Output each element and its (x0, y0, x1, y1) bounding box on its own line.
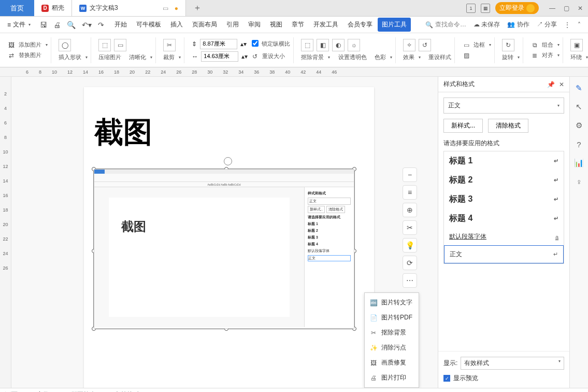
ribbon-tab-10[interactable]: 图片工具 (378, 18, 411, 32)
insert-shape-label[interactable]: 插入形状 (59, 53, 81, 61)
color-icon[interactable]: ◐ (332, 39, 345, 51)
right-tool-2[interactable]: ⚙ (574, 120, 584, 131)
reset-size-icon[interactable]: ↺ (251, 52, 259, 61)
float-layout[interactable]: ≡ (403, 185, 417, 200)
lock-ratio-checkbox[interactable] (252, 40, 259, 47)
style-item-0[interactable]: 标题 1↵ (444, 151, 564, 171)
add-image-label[interactable]: 添加图片 (19, 41, 41, 49)
replace-image-label[interactable]: 替换图片 (19, 51, 41, 59)
reset-size-label[interactable]: 重设大小 (262, 52, 285, 60)
right-tool-5[interactable]: ♀ (574, 176, 584, 187)
style-item-3[interactable]: 标题 4↵ (444, 209, 564, 228)
combine-label[interactable]: 组合 (542, 41, 553, 49)
wrap-icon[interactable]: ▣ (570, 39, 583, 51)
float-bulb[interactable]: 💡 (403, 238, 417, 253)
width-input[interactable] (200, 39, 237, 49)
file-menu[interactable]: ≡ 文件 ▾ (3, 18, 35, 31)
ctx-item-3[interactable]: ✨消除污点 (365, 340, 419, 355)
height-input[interactable] (201, 51, 238, 62)
crop-icon[interactable]: ✂ (163, 39, 176, 51)
collab-button[interactable]: 👥 协作 (507, 20, 529, 29)
style-item-5[interactable]: 正文↵ (444, 245, 564, 263)
ctx-item-2[interactable]: ✂抠除背景 (365, 325, 419, 340)
close-button[interactable]: ✕ (578, 5, 583, 12)
add-image-icon[interactable]: 🖼 (7, 41, 16, 49)
remove-bg-icon[interactable]: ⬚ (301, 39, 313, 51)
reset-style-label[interactable]: 重设样式 (428, 53, 451, 61)
color-label[interactable]: 色彩 (375, 53, 386, 61)
ribbon-tab-9[interactable]: 会员专享 (343, 18, 377, 32)
preview-checkbox[interactable]: ✓ (443, 375, 450, 382)
login-button[interactable]: 立即登录 (495, 2, 539, 14)
brightness-icon[interactable]: ☼ (348, 39, 360, 51)
float-more[interactable]: ⋯ (403, 273, 417, 288)
unsaved-indicator[interactable]: ☁ 未保存 (474, 20, 500, 29)
save-icon[interactable]: 🖫 (40, 21, 47, 29)
style-item-4[interactable]: 默认段落字体a (444, 228, 564, 245)
shape-icon[interactable]: ◯ (59, 39, 71, 51)
ribbon-tab-0[interactable]: 开始 (110, 18, 131, 32)
share-button[interactable]: ↗ 分享 (537, 20, 557, 29)
print-icon[interactable]: 🖨 (53, 21, 61, 29)
border-icon[interactable]: ▭ (462, 41, 470, 49)
combine-icon[interactable]: ⧉ (530, 41, 539, 49)
align-label[interactable]: 对齐 (542, 51, 553, 59)
align-icon[interactable]: ≣ (530, 51, 539, 60)
ribbon-tab-6[interactable]: 视图 (266, 18, 286, 32)
ribbon-tab-4[interactable]: 引用 (222, 18, 243, 32)
clarity-label[interactable]: 清晰化 (129, 53, 146, 61)
tab-share-icon[interactable]: ▭ (163, 5, 168, 12)
style-item-2[interactable]: 标题 3↵ (444, 190, 564, 209)
ctx-item-0[interactable]: 🔤图片转文字 (365, 295, 419, 310)
remove-bg-label[interactable]: 抠除背景 (301, 53, 324, 61)
right-tool-0[interactable]: ✎ (574, 83, 584, 93)
rotate-label[interactable]: 旋转 (502, 53, 513, 61)
transparent-icon[interactable]: ◧ (317, 39, 329, 51)
reset-style-icon[interactable]: ↺ (419, 39, 431, 51)
ctx-item-4[interactable]: 🖼画质修复 (365, 355, 419, 370)
float-zoom[interactable]: ⊕ (403, 203, 417, 217)
preview-icon[interactable]: 🔍 (67, 21, 76, 29)
right-tool-4[interactable]: 📊 (574, 158, 584, 168)
replace-image-icon[interactable]: ⇄ (7, 51, 16, 60)
clarity-icon[interactable]: ▭ (114, 39, 126, 51)
pin-icon[interactable]: 📌 (547, 81, 555, 88)
panel-close-icon[interactable]: ✕ (559, 81, 564, 88)
collapse-ribbon-icon[interactable]: ˄ (578, 21, 581, 29)
tab-docker[interactable]: D 稻壳 (34, 0, 72, 16)
right-tool-3[interactable]: ? (574, 139, 584, 149)
show-filter-dropdown[interactable]: 有效样式 ▾ (461, 357, 564, 370)
clear-format-button[interactable]: 清除格式 (488, 119, 528, 133)
tab-new[interactable]: ＋ (186, 0, 209, 16)
ribbon-tab-3[interactable]: 页面布局 (188, 18, 221, 32)
float-minus[interactable]: − (403, 167, 417, 182)
minimize-button[interactable]: — (549, 5, 555, 12)
command-search[interactable]: 🔍 查找命令… (425, 20, 466, 29)
undo-icon[interactable]: ↶▾ (82, 21, 92, 29)
ribbon-tab-5[interactable]: 审阅 (244, 18, 265, 32)
float-crop[interactable]: ✂ (403, 220, 417, 235)
float-refresh[interactable]: ⟳ (403, 256, 417, 270)
redo-icon[interactable]: ↷ (98, 21, 104, 29)
style-item-1[interactable]: 标题 2↵ (444, 171, 564, 190)
compress-icon[interactable]: ⬚ (98, 39, 111, 51)
right-tool-1[interactable]: ↖ (574, 102, 584, 112)
current-style-dropdown[interactable]: 正文 ▾ (443, 97, 564, 114)
ctx-item-5[interactable]: 🖨图片打印 (365, 370, 419, 385)
preview-checkbox-row[interactable]: ✓ 显示预览 (443, 374, 564, 383)
ribbon-tab-2[interactable]: 插入 (166, 18, 187, 32)
wrap-label[interactable]: 环绕 (570, 53, 582, 61)
ctx-item-1[interactable]: 📄图片转PDF (365, 310, 419, 325)
grid-icon-1[interactable]: 1 (466, 4, 476, 13)
more-icon[interactable]: ⋮ (564, 21, 570, 29)
border-label[interactable]: 边框 (474, 41, 485, 49)
ribbon-tab-7[interactable]: 章节 (288, 18, 308, 32)
document-canvas[interactable]: 截图 AaBbCcDd AaBb AaBbCcDd 截图 (11, 77, 438, 388)
transparent-label[interactable]: 设置透明色 (338, 53, 367, 61)
rotate-icon[interactable]: ↻ (502, 39, 514, 51)
shadow-icon[interactable]: ▨ (462, 51, 470, 60)
ribbon-tab-1[interactable]: 可牛模板 (132, 18, 165, 32)
tab-document[interactable]: W 文字文稿3 ▭ ● (72, 0, 186, 16)
crop-label[interactable]: 裁剪 (163, 53, 175, 61)
ribbon-tab-8[interactable]: 开发工具 (309, 18, 342, 32)
